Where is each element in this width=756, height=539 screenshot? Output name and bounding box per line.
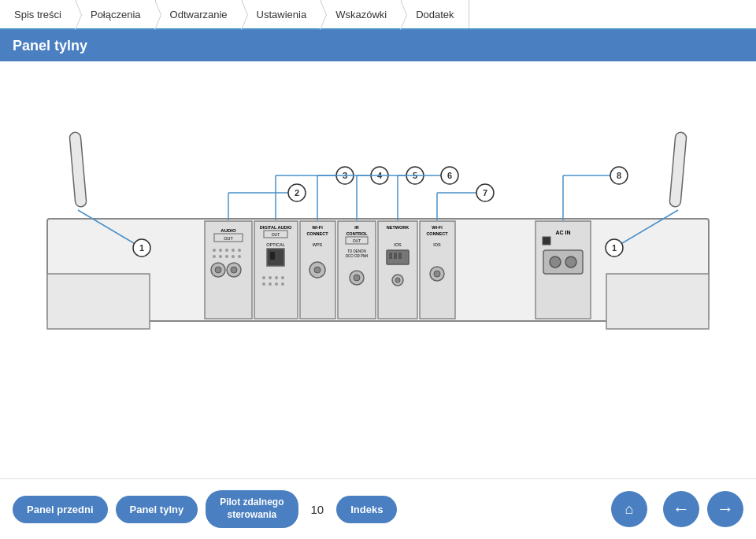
svg-point-12 <box>231 267 237 273</box>
svg-rect-58 <box>394 253 397 259</box>
svg-text:OUT: OUT <box>224 236 233 241</box>
svg-text:TO DENON: TO DENON <box>347 249 366 253</box>
svg-text:IOS: IOS <box>394 242 402 247</box>
svg-text:WI-FI: WI-FI <box>432 225 443 230</box>
btn-prev[interactable]: ← <box>663 491 699 527</box>
svg-text:1: 1 <box>612 243 617 253</box>
svg-rect-70 <box>543 237 550 245</box>
nav-item-settings[interactable]: Ustawienia <box>243 0 322 28</box>
svg-rect-29 <box>270 252 275 260</box>
svg-text:8: 8 <box>617 171 621 180</box>
btn-index[interactable]: Indeks <box>336 496 397 523</box>
svg-text:7: 7 <box>483 188 487 198</box>
svg-point-72 <box>550 257 561 268</box>
svg-text:DIGITAL AUDIO: DIGITAL AUDIO <box>260 225 292 230</box>
svg-point-16 <box>232 249 235 252</box>
next-icon: → <box>717 499 734 519</box>
svg-text:1: 1 <box>139 243 144 253</box>
svg-point-32 <box>275 276 278 279</box>
svg-point-13 <box>213 249 216 252</box>
nav-item-appendix[interactable]: Dodatek <box>402 0 469 28</box>
svg-point-14 <box>219 249 222 252</box>
svg-point-35 <box>269 282 272 286</box>
svg-rect-4 <box>606 274 709 329</box>
prev-icon: ← <box>673 499 690 519</box>
svg-point-15 <box>225 249 228 252</box>
svg-point-34 <box>262 282 265 286</box>
svg-text:6: 6 <box>447 171 452 180</box>
svg-point-22 <box>238 255 241 258</box>
svg-text:OUT: OUT <box>272 232 280 237</box>
svg-rect-59 <box>398 253 402 259</box>
page-number: 10 <box>311 503 324 516</box>
svg-text:AC IN: AC IN <box>555 230 570 235</box>
svg-text:OPTICAL: OPTICAL <box>266 242 285 247</box>
svg-text:CONTROL: CONTROL <box>346 231 368 236</box>
svg-point-20 <box>225 255 228 258</box>
svg-rect-1 <box>669 132 687 208</box>
svg-text:CONNECT: CONNECT <box>306 231 328 236</box>
svg-text:2: 2 <box>295 188 299 198</box>
btn-remote[interactable]: Pilot zdalnegosterowania <box>206 490 298 527</box>
btn-remote-label: Pilot zdalnegosterowania <box>220 497 284 520</box>
svg-text:NETWORK: NETWORK <box>387 225 409 230</box>
svg-point-52 <box>354 275 360 281</box>
svg-text:OUT: OUT <box>353 238 361 243</box>
page-title: Panel tylny <box>13 38 87 54</box>
svg-point-67 <box>434 271 440 277</box>
svg-point-73 <box>565 257 576 268</box>
top-navigation: Spis treści Połączenia Odtwarzanie Ustaw… <box>0 0 756 30</box>
svg-text:WPS: WPS <box>313 242 323 247</box>
svg-point-43 <box>314 267 321 273</box>
svg-rect-0 <box>69 132 87 208</box>
svg-text:DCO OR PM4: DCO OR PM4 <box>346 254 369 258</box>
btn-next[interactable]: → <box>707 491 743 527</box>
svg-text:IOS: IOS <box>433 242 441 247</box>
svg-point-18 <box>213 255 216 258</box>
main-content: AUDIO OUT DIGITAL AUDIO OUT OPTICAL <box>0 61 756 478</box>
device-diagram: AUDIO OUT DIGITAL AUDIO OUT OPTICAL <box>24 116 732 431</box>
btn-back-panel[interactable]: Panel tylny <box>116 496 198 523</box>
btn-home[interactable]: ⌂ <box>611 491 647 527</box>
svg-point-33 <box>281 276 284 279</box>
nav-item-toc[interactable]: Spis treści <box>0 0 76 28</box>
svg-point-10 <box>215 267 221 273</box>
svg-point-21 <box>232 255 235 258</box>
nav-item-tips[interactable]: Wskazówki <box>321 0 402 28</box>
svg-text:WI-FI: WI-FI <box>312 225 323 230</box>
svg-point-31 <box>269 276 272 279</box>
home-icon: ⌂ <box>625 501 634 518</box>
svg-point-61 <box>395 278 400 282</box>
svg-rect-3 <box>47 274 150 329</box>
nav-item-connections[interactable]: Połączenia <box>76 0 156 28</box>
svg-point-36 <box>275 282 278 286</box>
btn-front-panel[interactable]: Panel przedni <box>13 496 108 523</box>
nav-item-playback[interactable]: Odtwarzanie <box>156 0 243 28</box>
page-title-bar: Panel tylny <box>0 30 756 61</box>
diagram-svg: AUDIO OUT DIGITAL AUDIO OUT OPTICAL <box>24 116 732 431</box>
svg-rect-53 <box>378 221 417 319</box>
svg-point-17 <box>238 249 241 252</box>
svg-point-30 <box>262 276 265 279</box>
svg-text:IR: IR <box>354 225 359 230</box>
svg-point-37 <box>281 282 284 286</box>
svg-rect-57 <box>389 253 392 259</box>
svg-text:AUDIO: AUDIO <box>220 228 236 233</box>
bottom-navigation: Panel przedni Panel tylny Pilot zdalnego… <box>0 478 756 539</box>
svg-text:CONNECT: CONNECT <box>426 231 448 236</box>
svg-point-19 <box>219 255 222 258</box>
svg-rect-28 <box>267 249 284 266</box>
